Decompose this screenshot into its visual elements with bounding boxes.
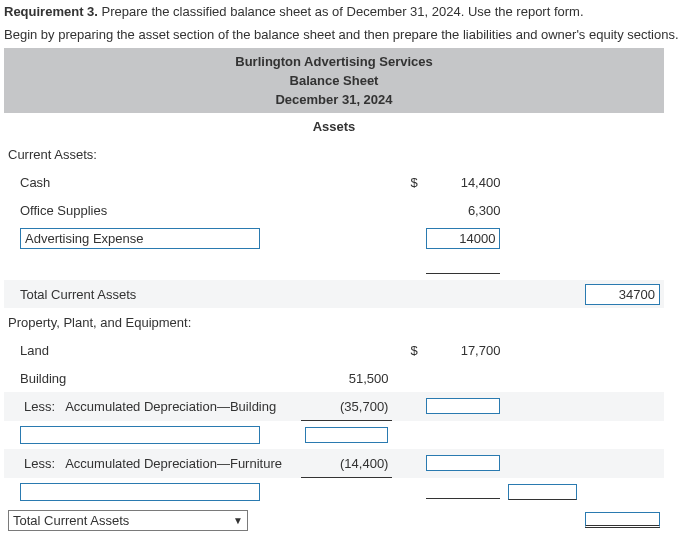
instruction-text: Begin by preparing the asset section of … [4, 27, 696, 42]
building-label: Building [4, 364, 301, 392]
office-supplies-value: 6,300 [422, 196, 505, 224]
accum-dep-furniture-label: Accumulated Depreciation—Furniture [65, 456, 282, 471]
chevron-down-icon: ▼ [233, 515, 243, 526]
sheet-header: Burlington Advertising Services Balance … [4, 48, 664, 113]
grand-total-input[interactable] [585, 512, 660, 528]
cash-label: Cash [4, 168, 301, 196]
less-label: Less: [24, 399, 55, 414]
assets-heading: Assets [4, 113, 664, 140]
accum-dep-furniture-value: (14,400) [301, 449, 392, 478]
office-supplies-label: Office Supplies [4, 196, 301, 224]
total-current-assets-label: Total Current Assets [4, 280, 301, 308]
accum-dep-building-value: (35,700) [301, 392, 392, 421]
building-value: 51,500 [301, 364, 392, 392]
land-label: Land [4, 336, 301, 364]
requirement-label: Requirement 3. [4, 4, 98, 19]
accum-dep-building-label: Accumulated Depreciation—Building [65, 399, 276, 414]
total-current-assets-row: Total Current Assets 34700 [4, 280, 664, 308]
report-name: Balance Sheet [4, 71, 664, 90]
balance-sheet: Burlington Advertising Services Balance … [4, 48, 664, 534]
land-currency: $ [392, 336, 421, 364]
blank-item-row-2 [4, 478, 664, 507]
total-select[interactable]: Total Current Assets ▼ [8, 510, 248, 531]
ppe-row: Property, Plant, and Equipment: [4, 308, 664, 336]
cash-value: 14,400 [422, 168, 505, 196]
company-name: Burlington Advertising Services [4, 52, 664, 71]
building-row: Building 51,500 [4, 364, 664, 392]
net-furniture-input[interactable] [426, 455, 501, 471]
cash-row: Cash $ 14,400 [4, 168, 664, 196]
net-building-input[interactable] [426, 398, 501, 414]
spacer-row [4, 252, 664, 280]
land-row: Land $ 17,700 [4, 336, 664, 364]
blank-item-row-1 [4, 421, 664, 450]
line-item-input[interactable] [20, 483, 260, 501]
line-item-input[interactable] [20, 426, 260, 444]
total-select-row: Total Current Assets ▼ [4, 506, 664, 534]
total-select-value: Total Current Assets [13, 513, 129, 528]
report-date: December 31, 2024 [4, 90, 664, 109]
requirement-title: Requirement 3. Prepare the classified ba… [4, 4, 696, 19]
balance-sheet-table: Current Assets: Cash $ 14,400 Office Sup… [4, 140, 664, 534]
line-item-value-input[interactable]: 14000 [426, 228, 501, 249]
cash-currency: $ [392, 168, 421, 196]
requirement-text: Prepare the classified balance sheet as … [102, 4, 584, 19]
adv-exp-row: Advertising Expense 14000 [4, 224, 664, 252]
less-label: Less: [24, 456, 55, 471]
land-value: 17,700 [422, 336, 505, 364]
ppe-label: Property, Plant, and Equipment: [4, 308, 301, 336]
line-item-input[interactable]: Advertising Expense [20, 228, 260, 249]
total-current-assets-input[interactable]: 34700 [585, 284, 660, 305]
current-assets-label: Current Assets: [4, 140, 301, 168]
line-item-value-input[interactable] [305, 427, 388, 443]
current-assets-row: Current Assets: [4, 140, 664, 168]
office-supplies-row: Office Supplies 6,300 [4, 196, 664, 224]
accum-dep-furniture-row: Less: Accumulated Depreciation—Furniture… [4, 449, 664, 478]
accum-dep-building-row: Less: Accumulated Depreciation—Building … [4, 392, 664, 421]
subtotal-input[interactable] [508, 484, 577, 500]
